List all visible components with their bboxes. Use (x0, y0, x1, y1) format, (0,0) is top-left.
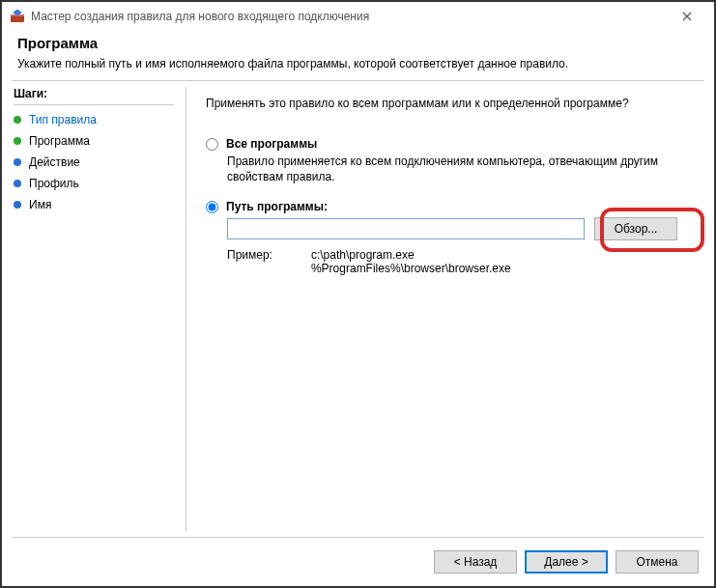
step-profile[interactable]: Профиль (14, 173, 174, 194)
radio-path-input[interactable] (206, 201, 218, 213)
steps-sidebar: Шаги: Тип правила Программа Действие Про… (2, 81, 186, 537)
step-label: Тип правила (29, 113, 97, 126)
question-text: Применять это правило ко всем программам… (206, 97, 695, 110)
step-label: Имя (29, 198, 51, 211)
footer: < Назад Далее > Отмена (2, 538, 714, 586)
step-label: Действие (29, 155, 80, 169)
wizard-window: Мастер создания правила для нового входя… (0, 0, 716, 588)
bullet-icon (14, 201, 21, 209)
bullet-icon (14, 158, 21, 166)
divider (14, 104, 174, 105)
step-name[interactable]: Имя (14, 194, 174, 215)
titlebar: Мастер создания правила для нового входя… (2, 2, 714, 31)
content-area: Применять это правило ко всем программам… (186, 81, 714, 537)
close-button[interactable] (668, 3, 706, 30)
step-label: Программа (29, 134, 90, 148)
example-label: Пример: (227, 248, 272, 275)
bullet-icon (14, 137, 21, 145)
bullet-icon (14, 116, 21, 124)
steps-title: Шаги: (14, 87, 174, 100)
step-program[interactable]: Программа (14, 130, 174, 152)
cancel-button[interactable]: Отмена (616, 550, 699, 574)
header: Программа Укажите полный путь и имя испо… (2, 31, 714, 80)
step-rule-type[interactable]: Тип правила (14, 109, 174, 130)
bullet-icon (14, 180, 21, 187)
program-path-input[interactable] (227, 218, 585, 239)
back-button[interactable]: < Назад (434, 550, 517, 574)
page-subtitle: Укажите полный путь и имя исполняемого ф… (17, 57, 699, 70)
browse-button[interactable]: Обзор... (594, 217, 677, 240)
radio-program-path[interactable]: Путь программы: (206, 200, 695, 213)
radio-all-desc: Правило применяется ко всем подключениям… (227, 154, 672, 184)
radio-all-input[interactable] (206, 138, 218, 151)
step-label: Профиль (29, 177, 79, 190)
example-lines: c:\path\program.exe %ProgramFiles%\brows… (311, 248, 511, 275)
radio-path-label: Путь программы: (226, 200, 328, 213)
next-button[interactable]: Далее > (525, 550, 608, 574)
window-title: Мастер создания правила для нового входя… (31, 10, 668, 23)
page-title: Программа (17, 35, 699, 51)
step-action[interactable]: Действие (14, 152, 174, 173)
firewall-icon (10, 9, 25, 24)
radio-all-programs[interactable]: Все программы (206, 137, 695, 151)
svg-rect-3 (14, 12, 21, 14)
radio-all-label: Все программы (226, 137, 317, 151)
